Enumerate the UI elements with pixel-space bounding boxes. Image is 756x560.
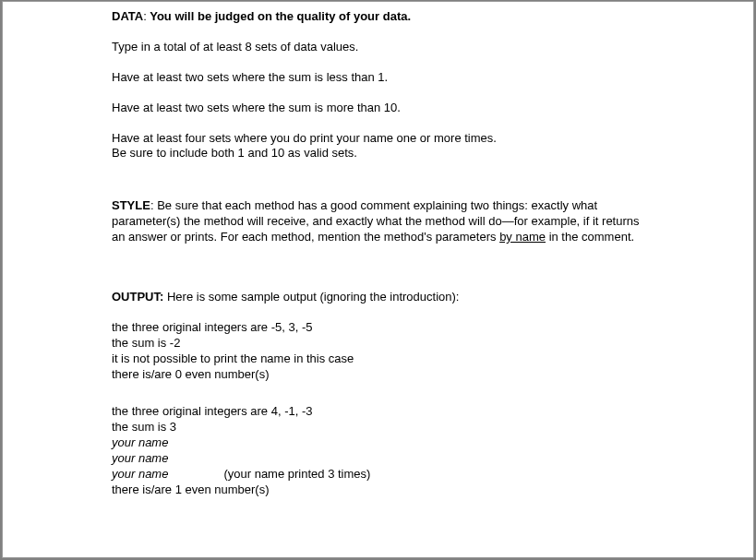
sample2-name3-line: your name(your name printed 3 times) [112, 467, 644, 483]
section-output: OUTPUT: Here is some sample output (igno… [112, 290, 644, 498]
sample2-line2: the sum is 3 [112, 420, 644, 435]
document-page: DATA: You will be judged on the quality … [2, 1, 754, 558]
spacer [112, 260, 644, 290]
sample2-note: (your name printed 3 times) [223, 467, 370, 483]
data-heading-line: DATA: You will be judged on the quality … [112, 9, 644, 25]
data-line-4b: Be sure to include both 1 and 10 as vali… [112, 146, 644, 161]
style-heading: STYLE [112, 198, 150, 212]
sample1-line3: it is not possible to print the name in … [112, 351, 644, 367]
style-paragraph: STYLE: Be sure that each method has a go… [112, 198, 644, 245]
data-line-2: Have at least two sets where the sum is … [112, 70, 644, 86]
style-body-post: in the comment. [546, 230, 634, 244]
sample1-line1: the three original integers are -5, 3, -… [112, 320, 644, 336]
data-line-1: Type in a total of at least 8 sets of da… [112, 40, 644, 55]
data-subtitle: You will be judged on the quality of you… [147, 9, 411, 23]
data-heading: DATA [112, 9, 143, 23]
section-style: STYLE: Be sure that each method has a go… [112, 198, 644, 245]
sample2-name2: your name [112, 451, 644, 467]
output-intro: Here is some sample output (ignoring the… [163, 290, 459, 304]
spacer [112, 382, 644, 404]
sample1-line4: there is/are 0 even number(s) [112, 367, 644, 383]
sample2-line1: the three original integers are 4, -1, -… [112, 404, 644, 420]
sample2-name1: your name [112, 435, 644, 451]
output-heading: OUTPUT: [112, 290, 163, 304]
data-line-3: Have at least two sets where the sum is … [112, 101, 644, 116]
sample2-line-last: there is/are 1 even number(s) [112, 483, 644, 498]
sample1-line2: the sum is -2 [112, 336, 644, 351]
sample2-name3: your name [112, 467, 168, 481]
style-underlined: by name [499, 230, 546, 244]
spacer [112, 176, 644, 198]
data-line-4a: Have at least four sets where you do pri… [112, 131, 644, 147]
output-heading-line: OUTPUT: Here is some sample output (igno… [112, 290, 644, 305]
section-data: DATA: You will be judged on the quality … [112, 9, 644, 161]
